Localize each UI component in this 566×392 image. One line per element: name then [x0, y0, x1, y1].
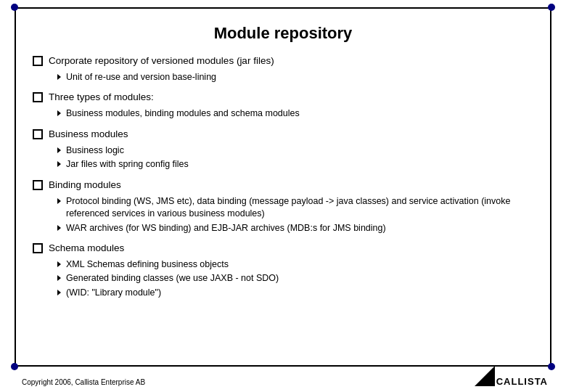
sub-bullet-text: Jar files with spring config files — [66, 158, 189, 171]
square-bullet-icon — [33, 243, 43, 253]
sub-bullets-container: Business logicJar files with spring conf… — [57, 144, 533, 171]
section-section-4: Binding modulesProtocol binding (WS, JMS… — [33, 179, 533, 234]
main-bullet-text: Schema modules — [49, 242, 124, 256]
sub-bullet: Business modules, binding modules and sc… — [57, 107, 533, 121]
main-bullet-text: Binding modules — [49, 179, 121, 192]
sub-bullet-text: WAR archives (for WS binding) and EJB-JA… — [66, 222, 386, 235]
arrow-bullet-icon — [57, 275, 61, 281]
main-bullet-text: Corporate repository of versioned module… — [49, 54, 274, 68]
logo: CALLISTA — [475, 366, 548, 386]
slide-container: Module repository Corporate repository o… — [0, 0, 566, 392]
slide-content: Module repository Corporate repository o… — [22, 15, 544, 312]
main-bullet-text: Three types of modules: — [49, 91, 154, 105]
main-bullet: Schema modules — [33, 242, 533, 256]
arrow-bullet-icon — [57, 261, 61, 267]
sub-bullet: XML Schemas defining business objects — [57, 258, 533, 271]
sub-bullet: Protocol binding (WS, JMS etc), data bin… — [57, 195, 533, 221]
square-bullet-icon — [33, 129, 43, 139]
main-bullet: Corporate repository of versioned module… — [33, 54, 533, 68]
sub-bullet-text: Business modules, binding modules and sc… — [66, 107, 300, 121]
square-bullet-icon — [33, 92, 43, 102]
corner-dot-br — [548, 363, 555, 370]
corner-dot-tl — [11, 4, 18, 11]
corner-dot-tr — [548, 4, 555, 11]
corner-dot-bl — [11, 363, 18, 370]
sub-bullet: (WID: "Library module") — [57, 287, 533, 300]
logo-text: CALLISTA — [496, 377, 548, 386]
arrow-bullet-icon — [57, 290, 61, 295]
sub-bullets-container: Protocol binding (WS, JMS etc), data bin… — [57, 195, 533, 235]
sub-bullet: WAR archives (for WS binding) and EJB-JA… — [57, 222, 533, 235]
arrow-bullet-icon — [57, 161, 61, 167]
sub-bullets-container: XML Schemas defining business objectsGen… — [57, 258, 533, 300]
slide-title: Module repository — [33, 24, 533, 43]
logo-triangle-icon — [475, 366, 495, 386]
section-section-1: Corporate repository of versioned module… — [33, 54, 533, 83]
arrow-bullet-icon — [57, 147, 61, 153]
sub-bullet-text: XML Schemas defining business objects — [66, 258, 229, 271]
sub-bullet-text: Business logic — [66, 144, 124, 158]
square-bullet-icon — [33, 180, 43, 190]
sub-bullets-container: Unit of re-use and version base-lining — [57, 71, 533, 84]
arrow-bullet-icon — [57, 198, 61, 204]
section-section-2: Three types of modules:Business modules,… — [33, 91, 533, 120]
sub-bullet: Unit of re-use and version base-lining — [57, 71, 533, 84]
sections-container: Corporate repository of versioned module… — [33, 54, 533, 299]
sub-bullet-text: Unit of re-use and version base-lining — [66, 71, 216, 84]
arrow-bullet-icon — [57, 110, 61, 116]
sub-bullet-text: Generated binding classes (we use JAXB -… — [66, 272, 279, 285]
copyright-text: Copyright 2006, Callista Enterprise AB — [22, 378, 145, 386]
main-bullet: Three types of modules: — [33, 91, 533, 105]
section-section-3: Business modulesBusiness logicJar files … — [33, 128, 533, 171]
main-bullet: Binding modules — [33, 179, 533, 192]
arrow-bullet-icon — [57, 225, 61, 231]
sub-bullet: Jar files with spring config files — [57, 158, 533, 171]
sub-bullet-text: Protocol binding (WS, JMS etc), data bin… — [66, 195, 533, 221]
section-section-5: Schema modulesXML Schemas defining busin… — [33, 242, 533, 299]
sub-bullet-text: (WID: "Library module") — [66, 287, 161, 300]
sub-bullets-container: Business modules, binding modules and sc… — [57, 107, 533, 121]
arrow-bullet-icon — [57, 74, 61, 80]
sub-bullet: Business logic — [57, 144, 533, 158]
square-bullet-icon — [33, 56, 43, 66]
main-bullet: Business modules — [33, 128, 533, 142]
sub-bullet: Generated binding classes (we use JAXB -… — [57, 272, 533, 285]
main-bullet-text: Business modules — [49, 128, 128, 142]
